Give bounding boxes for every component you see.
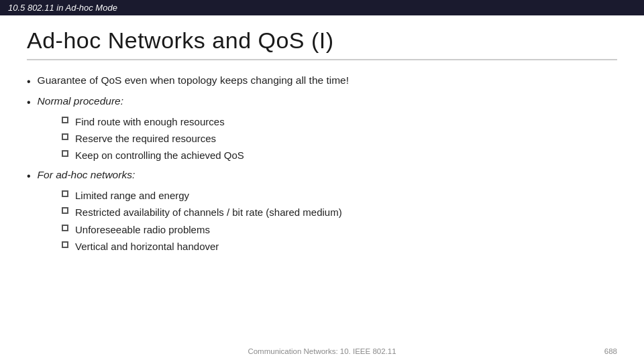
main-content: Ad-hoc Networks and QoS (I) • Guarantee …	[0, 15, 644, 265]
sub-marker-icon	[62, 207, 68, 214]
bullet-dot-1: •	[27, 74, 31, 90]
content-body: • Guarantee of QoS even when topology ke…	[27, 72, 617, 254]
bullet-text-3-content: For ad-hoc networks:	[38, 169, 136, 180]
bullet-item-2: • Normal procedure:	[27, 93, 617, 111]
sub-text-3-1: Limited range and energy	[75, 188, 189, 203]
sub-text-2-1: Find route with enough resources	[75, 114, 225, 129]
bullet-text-3: For ad-hoc networks:	[38, 167, 136, 183]
sub-item-2-2: Reserve the required resources	[62, 131, 617, 146]
sub-text-2-3: Keep on controlling the achieved QoS	[75, 147, 244, 163]
slide-title: Ad-hoc Networks and QoS (I)	[27, 27, 617, 54]
footer: Communication Networks: 10. IEEE 802.11 …	[0, 347, 644, 355]
sub-item-3-4: Vertical and horizontal handover	[62, 239, 617, 254]
sub-text-3-4: Vertical and horizontal handover	[75, 239, 219, 254]
bullet-text-2: Normal procedure:	[38, 93, 123, 109]
bullet-item-1: • Guarantee of QoS even when topology ke…	[27, 72, 617, 90]
footer-center-text: Communication Networks: 10. IEEE 802.11	[248, 347, 396, 355]
bullet-text-1: Guarantee of QoS even when topology keep…	[38, 72, 349, 88]
sub-text-3-2: Restricted availability of channels / bi…	[75, 204, 342, 220]
footer-page-number: 688	[604, 347, 617, 355]
sub-list-3: Limited range and energy Restricted avai…	[62, 188, 617, 254]
sub-marker-icon	[62, 150, 68, 157]
sub-marker-icon	[62, 241, 68, 248]
sub-item-3-3: Unforeseeable radio problems	[62, 222, 617, 237]
title-divider	[27, 59, 617, 60]
bullet-dot-2: •	[27, 95, 31, 111]
sub-item-2-3: Keep on controlling the achieved QoS	[62, 147, 617, 163]
bullet-dot-3: •	[27, 168, 31, 185]
bullet-text-2-content: Normal procedure:	[38, 95, 123, 107]
sub-marker-icon	[62, 133, 68, 140]
sub-list-2: Find route with enough resources Reserve…	[62, 114, 617, 164]
sub-marker-icon	[62, 190, 68, 197]
sub-text-3-3: Unforeseeable radio problems	[75, 222, 210, 237]
sub-marker-icon	[62, 117, 68, 123]
bullet-item-3: • For ad-hoc networks:	[27, 167, 617, 185]
sub-item-2-1: Find route with enough resources	[62, 114, 617, 129]
top-bar-label: 10.5 802.11 in Ad-hoc Mode	[8, 3, 117, 13]
sub-text-2-2: Reserve the required resources	[75, 131, 216, 146]
top-bar: 10.5 802.11 in Ad-hoc Mode	[0, 0, 644, 15]
sub-item-3-2: Restricted availability of channels / bi…	[62, 204, 617, 220]
sub-marker-icon	[62, 225, 68, 231]
sub-item-3-1: Limited range and energy	[62, 188, 617, 203]
